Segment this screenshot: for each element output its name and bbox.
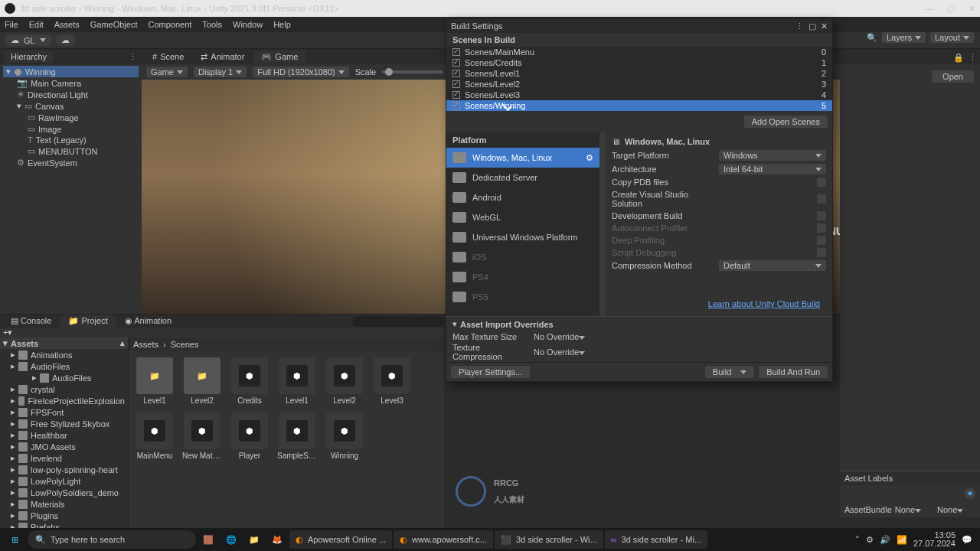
menu-file[interactable]: File: [5, 20, 18, 29]
copy-pdb-checkbox[interactable]: [817, 178, 826, 187]
folder-item[interactable]: ▸levelend: [0, 452, 128, 464]
folder-item[interactable]: ▸LowPolySoldiers_demo: [0, 487, 128, 498]
menu-assets[interactable]: Assets: [54, 20, 80, 29]
taskbar-app[interactable]: ◐Apowersoft Online ...: [289, 530, 392, 549]
folder-item[interactable]: ▸AudioFiles: [0, 360, 128, 372]
breadcrumb-item[interactable]: Assets: [133, 340, 158, 349]
panel-menu-icon[interactable]: ⋮: [129, 52, 137, 62]
folder-item[interactable]: ▸FireIceProjectileExplosion: [0, 395, 128, 406]
asset-item[interactable]: ⬢New Mater...: [182, 412, 222, 460]
taskbar-icon[interactable]: 🟫: [198, 530, 219, 549]
platform-item[interactable]: iOS: [446, 247, 599, 267]
dev-build-checkbox[interactable]: [817, 211, 826, 220]
hierarchy-item[interactable]: ▾▭Canvas: [3, 100, 139, 112]
folder-item[interactable]: ▸crystal: [0, 383, 128, 395]
account-dropdown[interactable]: ☁ GL: [5, 34, 52, 46]
tag-icon[interactable]: ●: [965, 488, 975, 499]
scene-row[interactable]: Scenes/MainMenu0: [446, 47, 832, 57]
tray-icon[interactable]: ⚙: [866, 535, 874, 545]
game-mode-dropdown[interactable]: Game: [146, 67, 188, 77]
layers-dropdown[interactable]: Layers: [882, 32, 926, 43]
asset-item[interactable]: ⬢Player: [230, 412, 270, 460]
menu-gameobject[interactable]: GameObject: [90, 20, 138, 29]
target-platform-dropdown[interactable]: Windows: [719, 150, 826, 161]
taskbar-icon[interactable]: 📁: [243, 530, 265, 549]
compression-dropdown[interactable]: Default: [719, 260, 826, 271]
hierarchy-item[interactable]: ▭Image: [3, 123, 139, 135]
panel-menu-icon[interactable]: ⋮: [795, 21, 804, 31]
tab-animator[interactable]: ⇄Animator: [193, 51, 252, 64]
taskbar-search[interactable]: 🔍Type here to search: [28, 530, 196, 549]
max-texture-dropdown[interactable]: No Override: [534, 332, 603, 341]
asset-item[interactable]: ⬢SampleSc...: [277, 412, 317, 460]
minimize-icon[interactable]: —: [925, 4, 933, 14]
scene-root[interactable]: ▾⯃ Winning: [3, 66, 139, 77]
scale-slider[interactable]: [382, 70, 443, 73]
taskbar-icon[interactable]: 🦊: [266, 530, 288, 549]
platform-item[interactable]: PS4: [446, 267, 599, 287]
folder-item[interactable]: ▸Plugins: [0, 510, 128, 521]
project-search[interactable]: [352, 316, 444, 327]
build-button[interactable]: Build: [705, 366, 754, 378]
tray-chevron-icon[interactable]: ˄: [855, 535, 860, 545]
asset-item[interactable]: ⬢Level2: [325, 357, 364, 405]
tab-console[interactable]: ▤ Console: [3, 315, 59, 328]
layout-dropdown[interactable]: Layout: [930, 32, 974, 43]
tab-animation[interactable]: ◉ Animation: [117, 315, 179, 328]
scene-row[interactable]: Scenes/Level23: [446, 79, 832, 90]
hierarchy-item[interactable]: TText (Legacy): [3, 135, 139, 145]
taskbar-icon[interactable]: 🌐: [220, 530, 242, 549]
tray-icon[interactable]: 🔊: [880, 535, 890, 545]
asset-item[interactable]: 📁Level2: [182, 357, 222, 405]
platform-item[interactable]: WebGL: [446, 207, 599, 227]
asset-item[interactable]: ⬢Level1: [277, 357, 317, 405]
hierarchy-item[interactable]: ⚙EventSystem: [3, 157, 139, 168]
architecture-dropdown[interactable]: Intel 64-bit: [719, 164, 826, 174]
menu-edit[interactable]: Edit: [29, 20, 44, 29]
assetbundle-dropdown[interactable]: None: [895, 505, 934, 514]
menu-window[interactable]: Window: [233, 20, 263, 29]
folder-item[interactable]: ▸AudioFiles: [0, 372, 128, 383]
maximize-icon[interactable]: ▢: [808, 21, 816, 31]
build-and-run-button[interactable]: Build And Run: [759, 366, 828, 378]
tab-scene[interactable]: #Scene: [145, 51, 191, 63]
platform-item[interactable]: Universal Windows Platform: [446, 227, 599, 247]
platform-scrollbar[interactable]: [599, 132, 606, 316]
scene-row[interactable]: Scenes/Level34: [446, 90, 832, 100]
taskbar-app[interactable]: ∞3d side scroller - Mi...: [605, 530, 707, 549]
folder-item[interactable]: ▸Free Stylized Skybox: [0, 418, 128, 429]
hierarchy-tab[interactable]: Hierarchy: [5, 51, 53, 63]
lock-icon[interactable]: 🔒: [953, 53, 964, 63]
close-icon[interactable]: ✕: [969, 4, 975, 14]
tab-game[interactable]: 🎮Game: [253, 51, 305, 64]
hierarchy-item[interactable]: 📷Main Camera: [3, 77, 139, 89]
taskbar-app[interactable]: ◐www.apowersoft.c...: [394, 530, 493, 549]
asset-item[interactable]: ⬢Credits: [230, 357, 270, 405]
scene-row[interactable]: Scenes/Level12: [446, 68, 832, 79]
notifications-icon[interactable]: 💬: [962, 535, 972, 545]
open-button[interactable]: Open: [932, 70, 974, 83]
folder-root[interactable]: ▾Assets▴: [0, 337, 128, 349]
menu-tools[interactable]: Tools: [202, 20, 222, 29]
platform-item[interactable]: Android: [446, 187, 599, 207]
player-settings-button[interactable]: Player Settings...: [451, 366, 530, 378]
hierarchy-item[interactable]: ▭MENUBUTTON: [3, 145, 139, 157]
close-icon[interactable]: ✕: [821, 21, 828, 31]
folder-item[interactable]: ▸LowPolyLight: [0, 475, 128, 487]
add-icon[interactable]: +▾: [3, 328, 12, 337]
scene-row[interactable]: Scenes/Winning5: [446, 100, 832, 111]
tab-project[interactable]: 📁 Project: [60, 315, 115, 328]
taskbar-clock[interactable]: 13:0527.07.2024: [913, 531, 956, 548]
add-open-scenes-button[interactable]: Add Open Scenes: [744, 116, 828, 128]
platform-item[interactable]: Windows, Mac, Linux⚙: [446, 148, 599, 168]
folder-item[interactable]: ▸Animations: [0, 349, 128, 360]
vs-solution-checkbox[interactable]: [817, 194, 826, 204]
panel-menu-icon[interactable]: ⋮: [969, 53, 977, 63]
maximize-icon[interactable]: ▢: [947, 4, 955, 14]
tex-compression-dropdown[interactable]: No Override: [534, 347, 603, 357]
folder-item[interactable]: ▸FPSFont: [0, 406, 128, 418]
assetbundle-variant-dropdown[interactable]: None: [937, 505, 975, 514]
scene-row[interactable]: Scenes/Credits1: [446, 57, 832, 68]
asset-item[interactable]: ⬢Winning: [325, 412, 364, 460]
folder-item[interactable]: ▸Healthbar: [0, 429, 128, 441]
